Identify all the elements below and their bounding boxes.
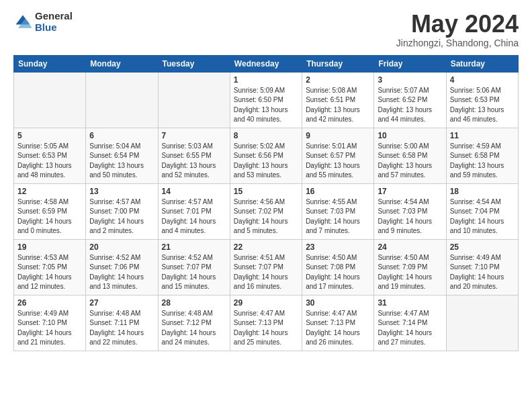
day-number: 29 [234,298,298,308]
calendar-cell: 15Sunrise: 4:56 AM Sunset: 7:02 PM Dayli… [230,183,302,239]
location: Jinzhongzi, Shandong, China [396,38,519,48]
day-number: 13 [89,187,154,196]
calendar-cell: 14Sunrise: 4:57 AM Sunset: 7:01 PM Dayli… [158,183,230,239]
day-info: Sunrise: 5:03 AM Sunset: 6:55 PM Dayligh… [162,142,226,181]
day-info: Sunrise: 5:01 AM Sunset: 6:57 PM Dayligh… [306,142,370,181]
calendar-cell: 10Sunrise: 5:00 AM Sunset: 6:58 PM Dayli… [374,128,446,183]
calendar-cell: 1Sunrise: 5:09 AM Sunset: 6:50 PM Daylig… [230,72,302,128]
day-info: Sunrise: 4:48 AM Sunset: 7:12 PM Dayligh… [162,309,226,348]
calendar-cell: 25Sunrise: 4:49 AM Sunset: 7:10 PM Dayli… [446,239,518,295]
day-number: 15 [234,187,298,196]
calendar-week-2: 12Sunrise: 4:58 AM Sunset: 6:59 PM Dayli… [14,183,519,239]
calendar-cell: 9Sunrise: 5:01 AM Sunset: 6:57 PM Daylig… [302,128,374,183]
day-number: 6 [89,131,154,140]
day-info: Sunrise: 4:50 AM Sunset: 7:08 PM Dayligh… [306,253,370,292]
day-number: 31 [378,298,442,308]
day-number: 8 [234,131,298,140]
calendar-cell: 18Sunrise: 4:54 AM Sunset: 7:04 PM Dayli… [446,183,518,239]
month-title: May 2024 [396,11,519,38]
calendar-week-1: 5Sunrise: 5:05 AM Sunset: 6:53 PM Daylig… [14,128,519,183]
calendar-cell: 29Sunrise: 4:47 AM Sunset: 7:13 PM Dayli… [230,295,302,351]
calendar-cell: 3Sunrise: 5:07 AM Sunset: 6:52 PM Daylig… [374,72,446,128]
calendar-cell: 21Sunrise: 4:52 AM Sunset: 7:07 PM Dayli… [158,239,230,295]
calendar-cell [446,295,518,351]
day-info: Sunrise: 4:47 AM Sunset: 7:14 PM Dayligh… [378,309,442,348]
day-info: Sunrise: 4:57 AM Sunset: 7:00 PM Dayligh… [89,197,154,236]
calendar-cell [14,72,86,128]
calendar-header-friday: Friday [374,55,446,72]
calendar-cell: 24Sunrise: 4:50 AM Sunset: 7:09 PM Dayli… [374,239,446,295]
day-info: Sunrise: 5:00 AM Sunset: 6:58 PM Dayligh… [378,142,442,181]
day-info: Sunrise: 4:56 AM Sunset: 7:02 PM Dayligh… [234,197,298,236]
day-number: 21 [162,242,226,252]
logo-text: General Blue [35,11,73,33]
calendar-cell: 5Sunrise: 5:05 AM Sunset: 6:53 PM Daylig… [14,128,86,183]
day-number: 19 [17,242,82,252]
day-number: 4 [450,75,515,85]
day-number: 24 [378,242,442,252]
calendar-header-wednesday: Wednesday [230,55,302,72]
day-info: Sunrise: 4:51 AM Sunset: 7:07 PM Dayligh… [234,253,298,292]
calendar-cell: 30Sunrise: 4:47 AM Sunset: 7:13 PM Dayli… [302,295,374,351]
calendar-cell: 19Sunrise: 4:53 AM Sunset: 7:05 PM Dayli… [14,239,86,295]
day-number: 5 [17,131,82,140]
calendar-cell: 23Sunrise: 4:50 AM Sunset: 7:08 PM Dayli… [302,239,374,295]
day-info: Sunrise: 5:02 AM Sunset: 6:56 PM Dayligh… [234,142,298,181]
logo-icon [13,13,32,32]
day-number: 11 [450,131,515,140]
day-number: 30 [306,298,370,308]
calendar-cell: 7Sunrise: 5:03 AM Sunset: 6:55 PM Daylig… [158,128,230,183]
day-number: 23 [306,242,370,252]
day-info: Sunrise: 5:04 AM Sunset: 6:54 PM Dayligh… [89,142,154,181]
calendar-cell: 13Sunrise: 4:57 AM Sunset: 7:00 PM Dayli… [86,183,158,239]
day-number: 10 [378,131,442,140]
calendar-cell: 11Sunrise: 4:59 AM Sunset: 6:58 PM Dayli… [446,128,518,183]
day-number: 20 [89,242,154,252]
calendar-cell [158,72,230,128]
day-info: Sunrise: 4:59 AM Sunset: 6:58 PM Dayligh… [450,142,515,181]
calendar-cell: 27Sunrise: 4:48 AM Sunset: 7:11 PM Dayli… [86,295,158,351]
title-block: May 2024 Jinzhongzi, Shandong, China [396,11,519,48]
day-info: Sunrise: 5:06 AM Sunset: 6:53 PM Dayligh… [450,86,515,125]
day-info: Sunrise: 4:48 AM Sunset: 7:11 PM Dayligh… [89,309,154,348]
day-info: Sunrise: 5:08 AM Sunset: 6:51 PM Dayligh… [306,86,370,125]
calendar-cell: 26Sunrise: 4:49 AM Sunset: 7:10 PM Dayli… [14,295,86,351]
calendar-header-tuesday: Tuesday [158,55,230,72]
calendar-header-thursday: Thursday [302,55,374,72]
calendar-cell [86,72,158,128]
day-info: Sunrise: 4:49 AM Sunset: 7:10 PM Dayligh… [17,309,82,348]
day-number: 12 [17,187,82,196]
calendar-cell: 6Sunrise: 5:04 AM Sunset: 6:54 PM Daylig… [86,128,158,183]
logo-general: General [35,11,73,22]
logo: General Blue [13,11,73,33]
day-number: 1 [234,75,298,85]
day-info: Sunrise: 4:47 AM Sunset: 7:13 PM Dayligh… [306,309,370,348]
calendar-cell: 17Sunrise: 4:54 AM Sunset: 7:03 PM Dayli… [374,183,446,239]
day-info: Sunrise: 4:57 AM Sunset: 7:01 PM Dayligh… [162,197,226,236]
calendar-week-4: 26Sunrise: 4:49 AM Sunset: 7:10 PM Dayli… [14,295,519,351]
calendar-cell: 20Sunrise: 4:52 AM Sunset: 7:06 PM Dayli… [86,239,158,295]
day-info: Sunrise: 4:55 AM Sunset: 7:03 PM Dayligh… [306,197,370,236]
day-info: Sunrise: 4:54 AM Sunset: 7:03 PM Dayligh… [378,197,442,236]
calendar-cell: 22Sunrise: 4:51 AM Sunset: 7:07 PM Dayli… [230,239,302,295]
day-info: Sunrise: 4:50 AM Sunset: 7:09 PM Dayligh… [378,253,442,292]
day-number: 22 [234,242,298,252]
day-info: Sunrise: 4:52 AM Sunset: 7:07 PM Dayligh… [162,253,226,292]
calendar-cell: 8Sunrise: 5:02 AM Sunset: 6:56 PM Daylig… [230,128,302,183]
calendar-header-monday: Monday [86,55,158,72]
day-info: Sunrise: 4:52 AM Sunset: 7:06 PM Dayligh… [89,253,154,292]
day-info: Sunrise: 5:07 AM Sunset: 6:52 PM Dayligh… [378,86,442,125]
calendar-cell: 4Sunrise: 5:06 AM Sunset: 6:53 PM Daylig… [446,72,518,128]
day-info: Sunrise: 4:53 AM Sunset: 7:05 PM Dayligh… [17,253,82,292]
logo-blue: Blue [35,22,73,34]
day-number: 25 [450,242,515,252]
day-number: 26 [17,298,82,308]
calendar-week-0: 1Sunrise: 5:09 AM Sunset: 6:50 PM Daylig… [14,72,519,128]
header: General Blue May 2024 Jinzhongzi, Shando… [13,11,519,48]
day-number: 16 [306,187,370,196]
calendar-header-saturday: Saturday [446,55,518,72]
day-number: 27 [89,298,154,308]
calendar-cell: 12Sunrise: 4:58 AM Sunset: 6:59 PM Dayli… [14,183,86,239]
day-number: 28 [162,298,226,308]
day-info: Sunrise: 4:47 AM Sunset: 7:13 PM Dayligh… [234,309,298,348]
